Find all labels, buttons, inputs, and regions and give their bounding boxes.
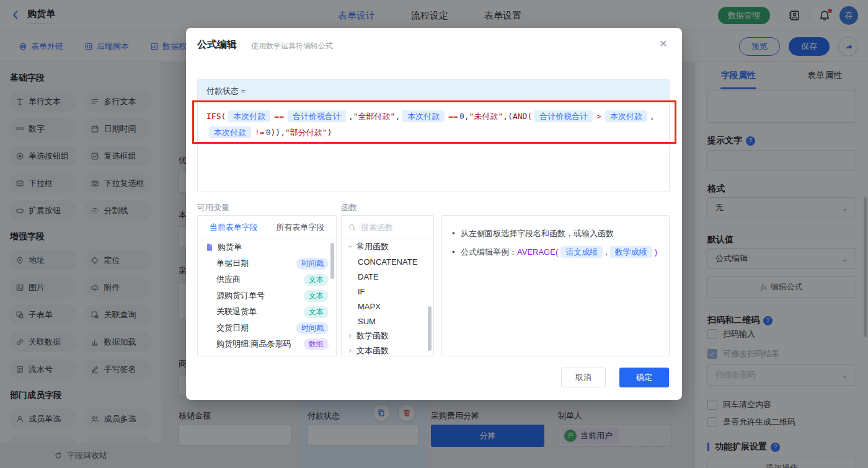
field-chip: 语文成绩 — [560, 246, 603, 258]
formula-token: , — [280, 128, 285, 137]
functions-label: 函数 — [341, 202, 357, 213]
formula-token: , — [464, 112, 469, 121]
field-chip[interactable]: 本次付款 — [209, 126, 251, 138]
variable-row[interactable]: 购货明细.商品条形码数组 — [198, 336, 336, 352]
variable-root-name: 购货单 — [218, 242, 242, 253]
formula-token: "未付款" — [469, 112, 503, 121]
variable-name: 源购货订单号 — [216, 290, 265, 301]
formula-box: 付款状态 = IFS(本次付款==合计价税合计,"全部付款",本次付款==0,"… — [197, 79, 670, 192]
variable-name: 购货明细.商品条形码 — [216, 338, 291, 350]
variables-panel: 当前表单字段所有表单字段 购货单单据日期时间戳供应商文本源购货订单号文本关联退货… — [197, 215, 337, 356]
function-group[interactable]: 常用函数 — [342, 239, 433, 254]
formula-input[interactable]: IFS(本次付款==合计价税合计,"全部付款",本次付款==0,"未付款",(A… — [198, 102, 669, 147]
field-chip[interactable]: 合计价税合计 — [288, 110, 346, 122]
function-group-label: 数学函数 — [356, 330, 389, 342]
function-group-label: 常用函数 — [356, 241, 389, 252]
tip-example-line: 公式编辑举例：AVERAGE(语文成绩,数学成绩) — [452, 243, 659, 262]
formula-token: ,( — [503, 112, 513, 121]
formula-target: 付款状态 = — [198, 80, 669, 102]
variable-row[interactable]: 关联退货单文本 — [198, 304, 336, 320]
variable-name: 交货日期 — [216, 322, 249, 333]
variable-name: 关联退货单 — [216, 306, 257, 317]
field-chip[interactable]: 合计价税合计 — [534, 110, 593, 122]
variable-row[interactable]: 交货日期时间戳 — [198, 320, 336, 336]
formula-token: != — [255, 128, 265, 137]
variable-name: 供应商 — [216, 274, 241, 285]
formula-token: == — [274, 112, 284, 121]
tips-panel: 从左侧面板选择字段名和函数，或输入函数 公式编辑举例：AVERAGE(语文成绩,… — [441, 215, 670, 356]
formula-token: == — [448, 112, 458, 121]
tip-line: 从左侧面板选择字段名和函数，或输入函数 — [452, 224, 659, 243]
dialog-title: 公式编辑 — [197, 38, 237, 51]
variable-root-row[interactable]: 购货单 — [198, 239, 336, 255]
example-function-name: AVERAGE( — [517, 247, 558, 257]
field-chip[interactable]: 本次付款 — [228, 110, 270, 122]
function-item[interactable]: SUM — [342, 314, 433, 329]
field-type-badge: 时间戳 — [296, 258, 329, 270]
function-item[interactable]: DATE — [342, 269, 433, 284]
function-item[interactable]: CONCATENATE — [342, 254, 433, 269]
example-comma: , — [605, 247, 608, 257]
formula-token: ) — [327, 128, 332, 137]
search-icon — [348, 223, 356, 232]
example-function-close: ) — [655, 247, 657, 257]
document-icon — [205, 243, 214, 252]
formula-editor-dialog: 公式编辑 使用数学运算符编辑公式 × 付款状态 = IFS(本次付款==合计价税… — [186, 28, 682, 400]
formula-token: )) — [270, 128, 280, 137]
formula-token: "全部付款" — [353, 112, 396, 121]
formula-token: , — [395, 112, 400, 121]
variables-tab-2[interactable]: 所有表单字段 — [276, 222, 324, 233]
formula-token: , — [348, 112, 353, 121]
field-type-badge: 数组 — [304, 338, 329, 350]
field-chip[interactable]: 本次付款 — [605, 110, 647, 122]
formula-token: "部分付款" — [285, 128, 327, 137]
close-icon[interactable]: × — [660, 37, 667, 50]
function-group-label: 文本函数 — [356, 345, 389, 356]
formula-token: > — [596, 112, 601, 121]
field-type-badge: 文本 — [304, 306, 329, 318]
field-chip[interactable]: 本次付款 — [402, 110, 445, 122]
field-type-badge: 文本 — [304, 290, 329, 302]
variable-name: 单据日期 — [216, 258, 249, 269]
formula-token: AND( — [513, 112, 532, 121]
confirm-button[interactable]: 确定 — [619, 368, 669, 387]
chevron-down-icon — [347, 244, 354, 250]
field-type-badge: 时间戳 — [296, 322, 329, 334]
formula-token: , — [650, 112, 655, 121]
variable-row[interactable]: 源购货订单号文本 — [198, 288, 336, 304]
function-item[interactable]: IF — [342, 284, 433, 299]
variables-label: 可用变量 — [197, 202, 229, 213]
variable-row[interactable]: 供应商文本 — [198, 272, 336, 288]
cancel-button[interactable]: 取消 — [561, 368, 606, 387]
variable-row[interactable]: 单据日期时间戳 — [198, 255, 336, 272]
scrollbar-thumb[interactable] — [330, 243, 334, 279]
chevron-right-icon — [347, 347, 353, 355]
formula-token: 0 — [459, 112, 464, 121]
dialog-subtitle: 使用数学运算符编辑公式 — [251, 41, 333, 51]
tip-example-prefix: 公式编辑举例： — [461, 247, 517, 257]
chevron-right-icon — [347, 332, 353, 340]
functions-panel: 搜索函数 常用函数CONCATENATEDATEIFMAPXSUM数学函数文本函… — [341, 215, 434, 356]
variables-tab-1[interactable]: 当前表单字段 — [210, 222, 258, 233]
field-chip: 数学成绩 — [610, 246, 652, 258]
search-placeholder: 搜索函数 — [361, 222, 393, 233]
scrollbar-thumb[interactable] — [428, 306, 432, 351]
function-search-input[interactable]: 搜索函数 — [342, 216, 433, 239]
function-group[interactable]: 数学函数 — [342, 329, 433, 343]
field-type-badge: 文本 — [304, 274, 329, 286]
formula-token: IFS( — [206, 112, 226, 121]
function-group[interactable]: 文本函数 — [342, 343, 433, 356]
function-item[interactable]: MAPX — [342, 299, 433, 314]
